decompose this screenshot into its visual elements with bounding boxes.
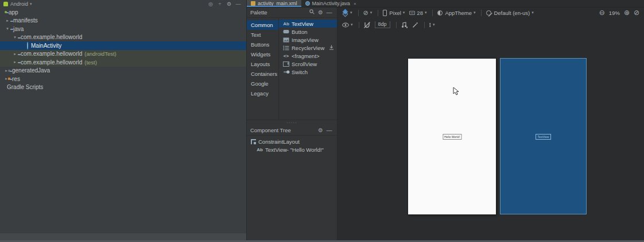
tree-item-constraintlayout[interactable]: ConstraintLayout <box>247 137 337 145</box>
fragment-icon: <> <box>282 53 290 59</box>
chevron-down-icon[interactable]: ▾ <box>5 26 10 31</box>
night-mode-selector[interactable]: ⊘ ▾ <box>363 9 373 17</box>
collapse-all-icon[interactable]: ÷ <box>215 1 224 7</box>
design-surface: ▾ ⊘ ▾ Pixel ▾ 28 ▾ AppTheme ▾ <box>337 7 644 242</box>
panel-splitter-handle[interactable]: ····· <box>247 120 337 125</box>
component-fragment[interactable]: <> <fragment> <box>279 52 337 60</box>
tree-item-package-test[interactable]: ▸ com.example.helloworld (test) <box>0 58 246 67</box>
category-text[interactable]: Text <box>247 30 278 40</box>
tree-item-package[interactable]: ▾ com.example.helloworld <box>0 33 246 42</box>
palette-body: Common Text Buttons Widgets Layouts Cont… <box>247 18 337 120</box>
project-panel: Android ▾ ◎ ÷ ⚙ — app ▸ manifests ▾ java <box>0 0 246 242</box>
magnet-off-icon <box>364 22 370 28</box>
toolbar-separator <box>359 22 359 28</box>
tree-item-mainactivity[interactable]: MainActivity <box>0 41 246 50</box>
gear-icon[interactable]: ⚙ <box>316 127 325 133</box>
project-tree: app ▸ manifests ▾ java ▾ com.example.hel… <box>0 7 246 91</box>
tree-item-gradle-scripts[interactable]: Gradle Scripts <box>0 83 246 92</box>
editor-tab-bar: activity_main.xml MainActivity.java × <box>247 0 644 7</box>
test-suffix: (test) <box>84 59 97 66</box>
project-panel-header: Android ▾ ◎ ÷ ⚙ — <box>0 0 246 7</box>
category-widgets[interactable]: Widgets <box>247 49 278 59</box>
hide-panel-icon[interactable]: — <box>234 1 243 7</box>
textview-widget-blueprint[interactable]: TextView <box>536 134 552 140</box>
component-button[interactable]: Button <box>279 28 337 36</box>
zoom-in-icon[interactable]: ⊕ <box>624 9 630 16</box>
chevron-down-icon: ▾ <box>433 22 435 27</box>
chevron-down-icon: ▾ <box>532 10 534 15</box>
phone-icon <box>383 10 387 16</box>
download-icon[interactable] <box>329 45 334 51</box>
zoom-level: 19% <box>609 10 620 16</box>
android-studio-window: Android ▾ ◎ ÷ ⚙ — app ▸ manifests ▾ java <box>0 0 644 242</box>
chevron-down-icon: ▾ <box>403 10 405 15</box>
textview-widget[interactable]: Hello World! <box>443 134 461 140</box>
autoconnect-toggle[interactable] <box>364 22 370 28</box>
scrollview-icon <box>282 62 290 67</box>
blueprint-view-screen[interactable]: TextView <box>500 58 587 214</box>
tree-item-textview[interactable]: Ab TextView- "Hello World!" <box>247 145 337 153</box>
search-icon[interactable] <box>308 9 316 16</box>
theme-selector[interactable]: AppTheme ▾ <box>437 10 475 16</box>
gear-icon[interactable]: ⚙ <box>316 9 325 16</box>
hide-panel-icon[interactable]: — <box>325 9 333 16</box>
category-common[interactable]: Common <box>247 20 278 30</box>
project-view-selector[interactable]: Android <box>10 1 28 7</box>
zoom-to-fit-icon[interactable]: ⊘ <box>634 9 639 16</box>
category-legacy[interactable]: Legacy <box>247 89 278 98</box>
palette-panel: Palette ⚙ — Common Text Buttons Widgets … <box>247 7 337 242</box>
toolbar-separator <box>396 22 397 28</box>
chevron-down-icon[interactable]: ▾ <box>12 35 18 40</box>
locate-file-icon[interactable]: ◎ <box>206 1 215 7</box>
design-view-screen[interactable]: Hello World! <box>408 59 496 214</box>
api-version-selector[interactable]: 28 ▾ <box>409 10 426 16</box>
android-logo-icon <box>3 2 8 6</box>
toolbar-separator <box>424 22 425 28</box>
device-selector[interactable]: Pixel ▾ <box>383 10 405 16</box>
chevron-right-icon[interactable]: ▸ <box>5 18 10 23</box>
align-selector[interactable]: I ▾ <box>429 22 435 28</box>
globe-icon <box>486 10 491 16</box>
design-surface-selector[interactable]: ▾ <box>342 10 352 16</box>
gear-icon[interactable]: ⚙ <box>224 1 234 7</box>
tree-item-package-androidtest[interactable]: ▸ com.example.helloworld (androidTest) <box>0 50 246 59</box>
tree-item-res[interactable]: ▸ res <box>0 75 246 83</box>
component-recyclerview[interactable]: RecyclerView <box>279 44 337 52</box>
view-options-selector[interactable]: ▾ <box>342 22 353 28</box>
category-google[interactable]: Google <box>247 79 278 89</box>
category-layouts[interactable]: Layouts <box>247 59 278 69</box>
tree-item-manifests[interactable]: ▸ manifests <box>0 17 246 25</box>
test-suffix: (androidTest) <box>84 51 116 57</box>
tab-activity-main-xml[interactable]: activity_main.xml <box>247 0 301 7</box>
tree-item-java[interactable]: ▾ java <box>0 25 246 33</box>
locale-selector[interactable]: Default (en-us) ▾ <box>486 10 533 16</box>
chevron-right-icon[interactable]: ▸ <box>12 52 18 56</box>
toolbar-separator <box>432 10 433 16</box>
tab-mainactivity-java[interactable]: MainActivity.java × <box>301 0 360 7</box>
default-margin-selector[interactable]: 8dp <box>375 21 390 28</box>
tree-item-app[interactable]: app <box>0 8 246 17</box>
palette-components: Ab TextView Button ImageView <box>279 18 337 120</box>
switch-icon <box>282 70 290 74</box>
design-toolbar-top: ▾ ⊘ ▾ Pixel ▾ 28 ▾ AppTheme ▾ <box>337 7 644 18</box>
api-chip-icon <box>409 11 415 15</box>
horizontal-scrollbar[interactable] <box>0 233 246 240</box>
eye-icon <box>342 22 349 28</box>
chevron-down-icon: ▾ <box>350 10 352 15</box>
java-class-icon <box>305 1 310 6</box>
category-containers[interactable]: Containers <box>247 69 278 79</box>
toolbar-separator <box>378 10 378 16</box>
component-textview[interactable]: Ab TextView <box>279 20 337 28</box>
chevron-right-icon[interactable]: ▸ <box>12 60 18 64</box>
tree-item-generatedjava[interactable]: ▸ generatedJava <box>0 67 246 75</box>
close-icon[interactable]: × <box>354 1 356 6</box>
category-buttons[interactable]: Buttons <box>247 40 278 49</box>
hide-panel-icon[interactable]: — <box>325 127 333 133</box>
component-switch[interactable]: Switch <box>279 68 337 76</box>
component-imageview[interactable]: ImageView <box>279 36 337 44</box>
component-scrollview[interactable]: ScrollView <box>279 60 337 68</box>
class-icon <box>27 43 28 49</box>
infer-constraints-button[interactable] <box>412 22 418 28</box>
clear-constraints-button[interactable] <box>401 22 408 28</box>
zoom-out-icon[interactable]: ⊖ <box>599 9 605 16</box>
